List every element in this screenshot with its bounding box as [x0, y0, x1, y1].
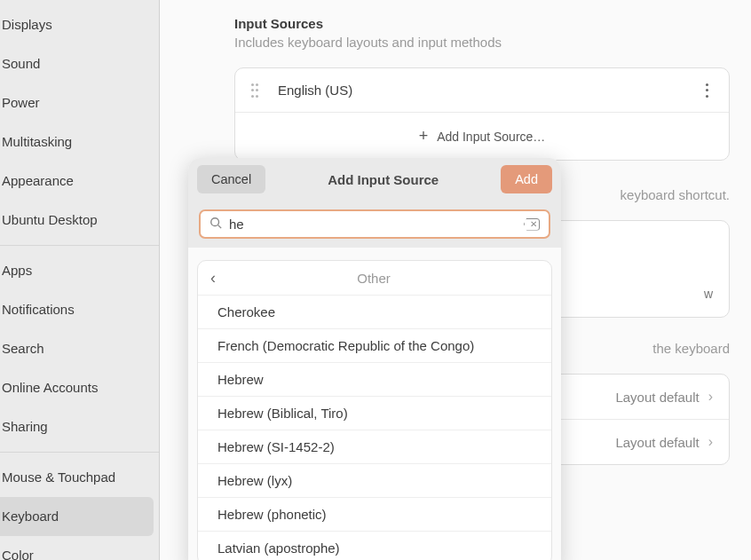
add-button[interactable]: Add [501, 165, 552, 193]
list-item[interactable]: Latvian (apostrophe) [198, 532, 551, 560]
sidebar-item-multitasking[interactable]: Multitasking [0, 122, 159, 162]
kebab-menu-icon[interactable] [700, 83, 713, 98]
sidebar-item-keyboard[interactable]: Keyboard [0, 497, 154, 536]
add-input-source-row[interactable]: + Add Input Source… [235, 113, 729, 160]
list-header-label: Other [209, 271, 539, 286]
sidebar-item-mouse-touchpad[interactable]: Mouse & Touchpad [0, 458, 159, 497]
search-icon [209, 217, 222, 232]
list-item[interactable]: French (Democratic Republic of the Congo… [198, 329, 551, 363]
sidebar-item-apps[interactable]: Apps [0, 251, 159, 290]
dialog-title: Add Input Source [273, 172, 494, 187]
list-item[interactable]: Hebrew (phonetic) [198, 498, 551, 532]
input-source-name: English (US) [278, 83, 700, 98]
drag-handle-icon[interactable] [251, 83, 260, 98]
input-source-list: ‹ Other Cherokee French (Democratic Repu… [197, 260, 552, 560]
list-item[interactable]: Cherokee [198, 296, 551, 329]
search-container: ✕ [188, 201, 561, 248]
sidebar-item-sound[interactable]: Sound [0, 44, 159, 83]
sidebar-item-ubuntu-desktop[interactable]: Ubuntu Desktop [0, 201, 159, 240]
list-header[interactable]: ‹ Other [198, 261, 551, 296]
chevron-right-icon: › [708, 434, 713, 450]
list-item[interactable]: Hebrew (Biblical, Tiro) [198, 397, 551, 430]
settings-sidebar: Displays Sound Power Multitasking Appear… [0, 0, 160, 560]
special-value: Layout default [615, 435, 699, 450]
list-item[interactable]: Hebrew (lyx) [198, 464, 551, 498]
sidebar-item-online-accounts[interactable]: Online Accounts [0, 368, 159, 407]
input-source-row[interactable]: English (US) [235, 68, 729, 113]
input-sources-title: Input Sources [234, 16, 730, 31]
sidebar-item-appearance[interactable]: Appearance [0, 162, 159, 201]
search-box[interactable]: ✕ [199, 209, 550, 239]
svg-line-1 [218, 225, 222, 229]
special-value: Layout default [615, 390, 699, 405]
search-input[interactable] [229, 217, 524, 232]
sidebar-item-search[interactable]: Search [0, 329, 159, 368]
add-input-source-dialog: Cancel Add Input Source Add ✕ ‹ Other Ch… [188, 158, 561, 560]
card-trailing-char: w [704, 287, 713, 301]
sidebar-item-displays[interactable]: Displays [0, 5, 159, 44]
add-input-source-label: Add Input Source… [437, 130, 545, 144]
sidebar-item-sharing[interactable]: Sharing [0, 407, 159, 446]
sidebar-item-power[interactable]: Power [0, 83, 159, 122]
input-sources-subtitle: Includes keyboard layouts and input meth… [234, 35, 730, 50]
sidebar-item-notifications[interactable]: Notifications [0, 290, 159, 329]
chevron-right-icon: › [708, 389, 713, 405]
list-item[interactable]: Hebrew (SI-1452-2) [198, 430, 551, 464]
clear-search-icon[interactable]: ✕ [524, 218, 540, 231]
dialog-header: Cancel Add Input Source Add [188, 158, 561, 201]
cancel-button[interactable]: Cancel [197, 165, 265, 193]
sidebar-separator [0, 452, 159, 453]
sidebar-separator [0, 245, 159, 246]
sidebar-item-color[interactable]: Color [0, 536, 159, 560]
list-item[interactable]: Hebrew [198, 363, 551, 397]
plus-icon: + [419, 127, 429, 146]
input-sources-card: English (US) + Add Input Source… [234, 67, 730, 161]
svg-point-0 [211, 218, 219, 226]
